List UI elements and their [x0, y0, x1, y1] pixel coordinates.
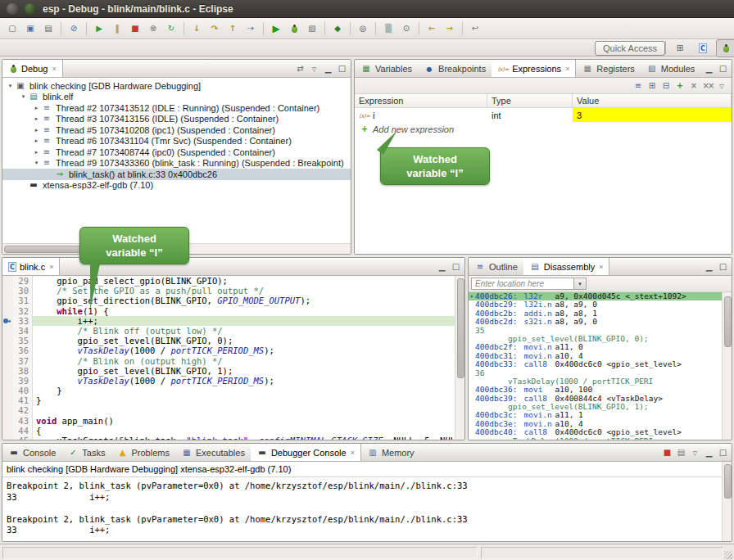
coverage-button[interactable]: [303, 20, 321, 37]
search-button[interactable]: [354, 20, 372, 37]
close-icon[interactable]: ×: [565, 65, 569, 73]
code-line[interactable]: 35 gpio_set_level(BLINK_GPIO, 0);: [2, 336, 464, 345]
expand-arrow-icon[interactable]: ▸: [32, 138, 41, 144]
code-line[interactable]: 29 gpio_pad_select_gpio(BLINK_GPIO);: [2, 276, 464, 286]
maximize-icon[interactable]: [717, 262, 729, 272]
open-perspective-button[interactable]: [670, 39, 690, 57]
tab-breakpoints[interactable]: Breakpoints: [418, 60, 492, 77]
step-over-button[interactable]: [206, 20, 224, 37]
disassembly-row[interactable]: 400dbc2d:s32i.na8, a9, 0: [469, 318, 723, 326]
maximize-icon[interactable]: [717, 448, 729, 458]
tab-blink-c[interactable]: blink.c×: [2, 258, 60, 275]
remove-selected-icon[interactable]: [688, 81, 700, 91]
code-line[interactable]: →33 i++;: [2, 316, 464, 326]
code-line[interactable]: 40 }: [2, 386, 464, 395]
quick-access-button[interactable]: Quick Access: [595, 41, 665, 56]
console-body[interactable]: blink checking [GDB Hardware Debugging] …: [2, 462, 723, 541]
column-header-value[interactable]: Value: [573, 94, 732, 107]
minimize-icon[interactable]: [703, 448, 715, 458]
code-line[interactable]: 45 xTaskCreate(&blink_task, "blink_task"…: [2, 436, 464, 440]
code-line[interactable]: 30 /* Set the GPIO as a push/pull output…: [2, 286, 464, 296]
debug-tree-item[interactable]: ▸Thread #3 1073413156 (IDLE) (Suspended …: [2, 114, 351, 125]
minimize-icon[interactable]: [703, 262, 715, 272]
terminate-button[interactable]: [126, 20, 144, 37]
mark-occurrences-button[interactable]: [379, 20, 397, 37]
location-input[interactable]: Enter location here: [471, 278, 574, 290]
code-line[interactable]: 39 vTaskDelay(1000 / portTICK_PERIOD_MS)…: [2, 376, 464, 386]
maximize-icon[interactable]: [450, 262, 462, 272]
tab-memory[interactable]: Memory: [361, 444, 420, 461]
column-header-type[interactable]: Type: [487, 94, 573, 107]
debug-tree-item[interactable]: xtensa-esp32-elf-gdb (7.10): [2, 180, 351, 192]
tab-console[interactable]: Console: [2, 444, 61, 461]
debug-tree-item[interactable]: ▸Thread #7 1073408744 (ipc0) (Suspended …: [2, 147, 351, 158]
code-line[interactable]: 32 while(1) {: [2, 306, 464, 316]
save-button[interactable]: [21, 20, 39, 37]
code-line[interactable]: 42: [2, 405, 464, 415]
view-menu-icon[interactable]: [308, 64, 320, 74]
collapse-arrow-icon[interactable]: ▾: [6, 83, 15, 89]
disconnect-button[interactable]: [144, 20, 162, 37]
debug-perspective-button[interactable]: [716, 39, 734, 57]
expand-arrow-icon[interactable]: ▸: [32, 127, 41, 133]
close-icon[interactable]: ×: [52, 65, 56, 73]
debug-tree-item[interactable]: ▾blink.elf: [2, 92, 351, 103]
close-icon[interactable]: ×: [351, 449, 355, 457]
collapse-arrow-icon[interactable]: ▾: [32, 160, 41, 166]
scrollbar-thumb[interactable]: [457, 278, 464, 378]
collapse-arrow-icon[interactable]: ▾: [19, 93, 28, 100]
show-logical-icon[interactable]: [646, 81, 658, 91]
tab-executables[interactable]: Executables: [175, 444, 251, 461]
vertical-scrollbar[interactable]: [722, 292, 732, 440]
suspend-button[interactable]: [108, 20, 126, 37]
maximize-icon[interactable]: [717, 64, 729, 74]
close-icon[interactable]: ×: [49, 263, 53, 271]
view-menu-icon[interactable]: [689, 448, 701, 458]
new-file-button[interactable]: [3, 20, 21, 37]
column-header-expression[interactable]: Expression: [355, 94, 487, 107]
view-menu-icon[interactable]: [716, 81, 727, 91]
terminate-icon[interactable]: [661, 448, 673, 458]
pin-button[interactable]: [397, 20, 415, 37]
restart-button[interactable]: [162, 20, 180, 37]
debug-tree-item[interactable]: ▾blink checking [GDB Hardware Debugging]: [2, 80, 351, 92]
tab-debugger-console[interactable]: Debugger Console×: [251, 444, 361, 461]
scrollbar-thumb[interactable]: [724, 296, 732, 347]
code-line[interactable]: 44{: [2, 426, 464, 436]
cpp-perspective-button[interactable]: [693, 39, 713, 57]
debug-tree-item[interactable]: blink_task() at blink.c:33 0x400dbc26: [2, 169, 351, 180]
code-line[interactable]: 31 gpio_set_direction(BLINK_GPIO, GPIO_M…: [2, 296, 464, 305]
debug-button[interactable]: [285, 20, 303, 37]
code-line[interactable]: 36 vTaskDelay(1000 / portTICK_PERIOD_MS)…: [2, 345, 464, 355]
vertical-scrollbar[interactable]: [722, 462, 732, 541]
tab-problems[interactable]: Problems: [111, 444, 174, 461]
code-line[interactable]: 38 gpio_set_level(BLINK_GPIO, 1);: [2, 366, 464, 376]
location-dropdown-icon[interactable]: ▾: [574, 278, 587, 290]
step-return-button[interactable]: [224, 20, 242, 37]
minimize-icon[interactable]: [322, 64, 334, 74]
vertical-scrollbar[interactable]: [455, 276, 464, 440]
last-edit-button[interactable]: [466, 20, 484, 37]
remove-all-icon[interactable]: [702, 81, 714, 91]
tab-registers[interactable]: Registers: [576, 60, 640, 77]
code-line[interactable]: 41}: [2, 395, 464, 405]
disassembly-row[interactable]: 400dbc33:call80x400dc6c0 <gpio_set_level…: [469, 360, 723, 368]
tab-expressions[interactable]: Expressions×: [492, 60, 576, 77]
clear-console-icon[interactable]: [675, 448, 687, 458]
expand-arrow-icon[interactable]: ▸: [32, 149, 41, 156]
tab-disassembly[interactable]: Disassembly×: [523, 258, 610, 275]
scrollbar-thumb[interactable]: [724, 464, 732, 499]
step-into-button[interactable]: [188, 20, 206, 37]
skip-breakpoints-button[interactable]: [65, 20, 83, 37]
expand-arrow-icon[interactable]: ▸: [32, 105, 41, 111]
tab-modules[interactable]: Modules: [641, 60, 701, 77]
minimize-icon[interactable]: [703, 64, 715, 74]
tab-variables[interactable]: Variables: [355, 60, 418, 77]
debug-tree-item[interactable]: ▾Thread #9 1073433360 (blink_task : Runn…: [2, 158, 351, 169]
forward-button[interactable]: [441, 20, 459, 37]
collapse-all-icon[interactable]: [660, 81, 672, 91]
debug-tree-item[interactable]: ▸Thread #5 1073410208 (ipc1) (Suspended …: [2, 124, 351, 136]
window-menu-icon[interactable]: [7, 3, 18, 15]
minimize-icon[interactable]: [436, 262, 448, 272]
expand-arrow-icon[interactable]: ▸: [32, 115, 41, 122]
